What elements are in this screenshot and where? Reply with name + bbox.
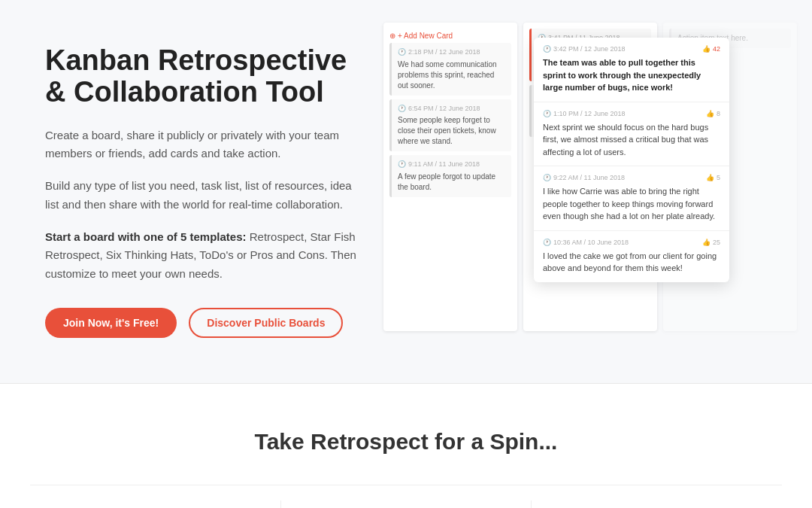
clock-icon: 🕐 (398, 47, 406, 57)
card-text: A few people forgot to update the board. (398, 172, 505, 193)
comment-text: The team was able to pull together this … (543, 56, 720, 94)
clock-icon: 🕐 (543, 239, 551, 246)
hero-section: Kanban Retrospective& Collaboration Tool… (0, 0, 812, 383)
comment-time: 🕐 10:36 AM / 10 June 2018 (543, 239, 629, 246)
hero-description-2: Build any type of list you need, task li… (45, 177, 368, 214)
thumbsup-icon: 👍 (702, 45, 710, 53)
hero-description-1: Create a board, share it publicly or pri… (45, 126, 368, 164)
comment-item: 🕐 3:42 PM / 12 June 2018 👍 42 The team w… (534, 38, 729, 102)
join-now-button[interactable]: Join Now, it's Free! (45, 308, 177, 338)
card-text: Some people keep forget to close their o… (398, 115, 505, 147)
comment-item: 🕐 10:36 AM / 10 June 2018 👍 25 I loved t… (534, 231, 729, 282)
comment-meta: 🕐 9:22 AM / 11 June 2018 👍 5 (543, 174, 720, 181)
plus-icon: ⊕ (389, 32, 395, 40)
thumbsup-icon: 👍 (706, 174, 714, 181)
card-time: 🕐 6:54 PM / 12 June 2018 (398, 104, 505, 114)
bottom-col-1: What Went Well (30, 500, 281, 508)
comment-time: 🕐 3:42 PM / 12 June 2018 (543, 45, 626, 53)
clock-icon: 🕐 (543, 174, 551, 181)
bottom-col-2: What Can Be Improved (281, 500, 532, 508)
comment-item: 🕐 1:10 PM / 12 June 2018 👍 8 Next sprint… (534, 102, 729, 167)
discover-boards-button[interactable]: Discover Public Boards (189, 308, 343, 338)
card-text: We had some communication problems this … (398, 59, 505, 91)
comment-text: Next sprint we should focus on the hard … (543, 121, 720, 159)
clock-icon: 🕐 (543, 110, 551, 117)
card-time: 🕐 9:11 AM / 11 June 2018 (398, 160, 505, 169)
add-card-button[interactable]: ⊕ + Add New Card (389, 29, 511, 43)
thumbsup-icon: 👍 (702, 239, 710, 246)
clock-icon: 🕐 (543, 45, 551, 53)
hero-buttons: Join Now, it's Free! Discover Public Boa… (45, 308, 368, 338)
comment-meta: 🕐 1:10 PM / 12 June 2018 👍 8 (543, 110, 720, 117)
add-card-label: + Add New Card (398, 32, 453, 40)
board-card: 🕐 6:54 PM / 12 June 2018 Some people kee… (389, 99, 511, 152)
clock-icon: 🕐 (398, 160, 406, 169)
hero-templates-text: Start a board with one of 5 templates: R… (45, 228, 368, 284)
bottom-columns: What Went Well What Can Be Improved Acti… (30, 485, 782, 508)
comment-time: 🕐 1:10 PM / 12 June 2018 (543, 110, 626, 117)
comment-text: I loved the cake we got from our client … (543, 250, 720, 275)
hero-title: Kanban Retrospective& Collaboration Tool (45, 45, 368, 108)
hero-left: Kanban Retrospective& Collaboration Tool… (45, 30, 368, 338)
hero-templates-label: Start a board with one of 5 templates: (45, 230, 247, 243)
board-column-1: ⊕ + Add New Card 🕐 2:18 PM / 12 June 201… (383, 23, 517, 331)
card-time: 🕐 2:18 PM / 12 June 2018 (398, 47, 505, 57)
comment-likes: 👍 8 (706, 110, 720, 117)
bottom-col-3: Action Items (532, 500, 782, 508)
board-card: 🕐 9:11 AM / 11 June 2018 A few people fo… (389, 155, 511, 197)
comment-likes: 👍 5 (706, 174, 720, 181)
comment-time: 🕐 9:22 AM / 11 June 2018 (543, 174, 625, 181)
hero-right: ⊕ + Add New Card 🕐 2:18 PM / 12 June 201… (383, 30, 767, 316)
comment-likes: 👍 25 (702, 239, 720, 246)
clock-icon: 🕐 (398, 104, 406, 114)
comment-item: 🕐 9:22 AM / 11 June 2018 👍 5 I like how … (534, 166, 729, 231)
comment-likes: 👍 42 (702, 45, 720, 53)
board-card: 🕐 2:18 PM / 12 June 2018 We had some com… (389, 43, 511, 96)
comment-text: I like how Carrie was able to bring the … (543, 185, 720, 223)
bottom-title: Take Retrospect for a Spin... (30, 429, 782, 455)
bottom-section: Take Retrospect for a Spin... What Went … (0, 384, 812, 508)
comment-meta: 🕐 10:36 AM / 10 June 2018 👍 25 (543, 239, 720, 246)
comment-meta: 🕐 3:42 PM / 12 June 2018 👍 42 (543, 45, 720, 53)
comment-panel: 🕐 3:42 PM / 12 June 2018 👍 42 The team w… (534, 38, 729, 282)
thumbsup-icon: 👍 (706, 110, 714, 117)
